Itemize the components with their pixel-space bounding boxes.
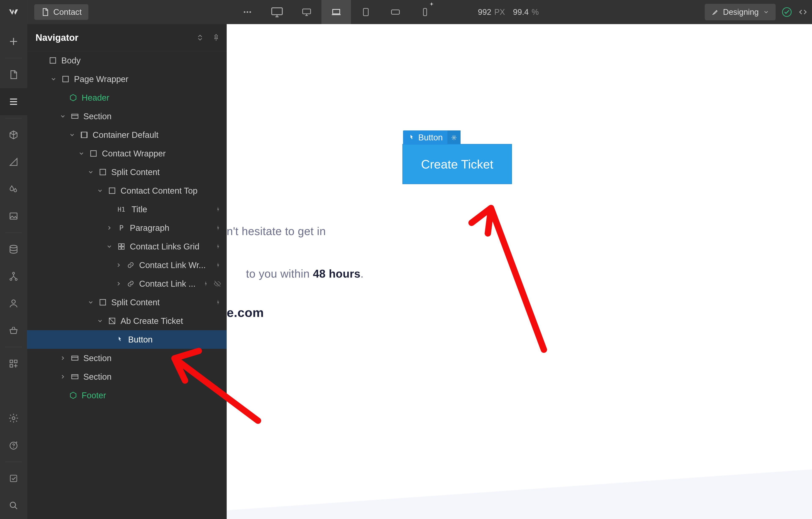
svg-rect-25 (72, 114, 78, 118)
navigator-title: Navigator (35, 32, 79, 43)
tree-row-section-2[interactable]: Section (27, 349, 227, 368)
div-icon (98, 168, 108, 176)
chevron-right-icon (115, 262, 122, 268)
desktop-large-icon (271, 6, 283, 19)
audit-button[interactable] (0, 465, 27, 492)
zoom-readout[interactable]: 992 PX 99.4 % (478, 0, 539, 24)
expand-toggle[interactable] (106, 243, 113, 250)
apps-button[interactable] (0, 350, 27, 377)
tree-row-header-component[interactable]: Header (27, 88, 227, 107)
expand-toggle[interactable] (87, 169, 94, 175)
ecommerce-button[interactable] (0, 317, 27, 344)
star-indicator-icon (430, 2, 434, 6)
logic-button[interactable] (0, 263, 27, 290)
status-saved-icon[interactable] (782, 7, 792, 17)
page-selector[interactable]: Contact (34, 4, 88, 20)
search-button[interactable] (0, 492, 27, 519)
zoom-percent-unit: % (531, 8, 539, 17)
svg-rect-36 (72, 356, 78, 360)
tree-label: Body (61, 56, 81, 65)
breakpoint-phone-button[interactable] (410, 0, 440, 24)
expand-toggle[interactable] (106, 225, 113, 231)
create-ticket-button[interactable]: Create Ticket (403, 145, 511, 183)
tree-row-section[interactable]: Section (27, 107, 227, 125)
tree-row-container-default[interactable]: Container Default (27, 125, 227, 144)
expand-toggle[interactable] (68, 132, 76, 138)
more-options-button[interactable] (233, 0, 262, 24)
chevron-down-icon (88, 169, 94, 175)
expand-toggle[interactable] (87, 299, 94, 306)
tree-row-contact-link-wrapper[interactable]: Contact Link Wr... (27, 256, 227, 275)
pages-button[interactable] (0, 61, 27, 88)
navigator-button[interactable] (0, 88, 27, 115)
tree-row-title[interactable]: H1 Title (27, 200, 227, 219)
tree-row-page-wrapper[interactable]: Page Wrapper (27, 70, 227, 88)
svg-point-14 (11, 300, 15, 304)
pin-icon[interactable] (212, 33, 220, 42)
tree-label: Button (128, 335, 153, 344)
selection-tag-label[interactable]: Button (403, 131, 447, 145)
chevron-down-icon (50, 76, 57, 82)
tree-row-section-3[interactable]: Section (27, 368, 227, 386)
add-element-button[interactable] (0, 28, 27, 55)
pointer-icon (408, 134, 415, 141)
tree-row-contact-link-wrapper-2[interactable]: Contact Link ... (27, 275, 227, 293)
svg-rect-7 (423, 8, 427, 16)
tree-row-paragraph[interactable]: P Paragraph (27, 219, 227, 237)
expand-toggle[interactable] (50, 76, 57, 82)
laptop-icon (331, 7, 342, 17)
tree-row-contact-wrapper[interactable]: Contact Wrapper (27, 144, 227, 163)
tree-row-ab-create-ticket[interactable]: Ab Create Ticket (27, 312, 227, 330)
expand-toggle[interactable] (115, 262, 122, 268)
tree-row-contact-links-grid[interactable]: Contact Links Grid (27, 237, 227, 256)
breakpoint-desktop-button[interactable] (292, 0, 321, 24)
interaction-icon (215, 225, 221, 231)
tree-label: Container Default (93, 130, 158, 140)
app-logo[interactable] (0, 0, 27, 24)
style-manager-button[interactable] (0, 175, 27, 203)
settings-button[interactable] (0, 405, 27, 432)
cube-icon (8, 129, 19, 140)
breakpoint-tablet-button[interactable] (321, 0, 351, 24)
svg-rect-37 (72, 375, 78, 379)
ellipsis-icon (242, 7, 252, 17)
interaction-icon (215, 299, 221, 306)
tree-row-button-selected[interactable]: Button (27, 330, 227, 349)
breakpoint-desktop-xl-button[interactable] (262, 0, 292, 24)
tablet-portrait-icon (361, 7, 371, 17)
annotation-arrow-upper (466, 204, 550, 356)
section-icon (70, 354, 80, 362)
checkbox-icon (9, 473, 19, 483)
link-icon (126, 280, 135, 288)
selection-settings-button[interactable] (447, 131, 461, 145)
expand-toggle[interactable] (59, 113, 66, 119)
tree-row-footer-component[interactable]: Footer (27, 386, 227, 405)
variables-button[interactable] (0, 148, 27, 175)
cms-button[interactable] (0, 236, 27, 263)
expand-toggle[interactable] (59, 374, 66, 380)
tree-row-body[interactable]: Body (27, 51, 227, 70)
tree-row-contact-content-top[interactable]: Contact Content Top (27, 181, 227, 200)
help-button[interactable] (0, 432, 27, 459)
expand-toggle[interactable] (78, 150, 85, 157)
expand-toggle[interactable] (59, 355, 66, 361)
phone-icon (420, 7, 430, 17)
tree-row-split-content-2[interactable]: Split Content (27, 293, 227, 312)
canvas[interactable]: n't hesitate to get in to you within 48 … (227, 24, 812, 519)
canvas-width-unit: PX (494, 8, 505, 17)
mode-switch-button[interactable]: Designing (705, 4, 776, 20)
chevron-down-icon (88, 299, 94, 306)
rail-divider (5, 462, 22, 462)
tree-row-split-content-1[interactable]: Split Content (27, 163, 227, 181)
breakpoint-portrait-button[interactable] (351, 0, 381, 24)
expand-toggle[interactable] (96, 318, 104, 324)
assets-button[interactable] (0, 203, 27, 230)
collapse-all-icon[interactable] (196, 33, 204, 42)
users-button[interactable] (0, 290, 27, 317)
expand-toggle[interactable] (96, 188, 104, 194)
gear-icon (8, 413, 19, 424)
code-export-icon[interactable] (798, 7, 808, 17)
components-button[interactable] (0, 121, 27, 148)
expand-toggle[interactable] (115, 281, 122, 287)
breakpoint-landscape-button[interactable] (381, 0, 410, 24)
